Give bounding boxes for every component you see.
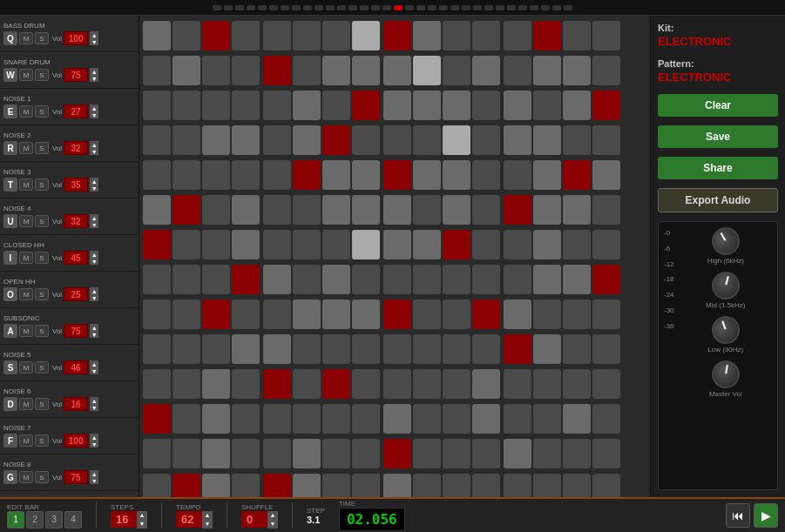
channel-vol-stepper-9[interactable]: ▲ ▼ <box>90 360 98 374</box>
seq-btn-12-12[interactable] <box>504 439 531 468</box>
seq-btn-10-10[interactable] <box>443 369 470 399</box>
seq-btn-1-12[interactable] <box>504 56 531 85</box>
channel-vol-up-5[interactable]: ▲ <box>90 214 98 221</box>
seq-btn-13-9[interactable] <box>413 474 441 497</box>
seq-btn-2-13[interactable] <box>533 91 561 120</box>
seq-btn-3-9[interactable] <box>413 125 441 155</box>
seq-btn-7-11[interactable] <box>472 265 500 294</box>
seq-btn-6-6[interactable] <box>322 230 350 259</box>
channel-mute-3[interactable]: M <box>19 142 33 154</box>
seq-btn-6-13[interactable] <box>533 230 561 259</box>
seq-btn-8-0[interactable] <box>143 300 171 329</box>
seq-btn-10-1[interactable] <box>173 369 200 399</box>
channel-solo-6[interactable]: S <box>35 252 49 264</box>
channel-vol-up-9[interactable]: ▲ <box>90 360 98 367</box>
seq-btn-0-11[interactable] <box>472 21 500 51</box>
channel-vol-up-11[interactable]: ▲ <box>90 434 98 441</box>
seq-btn-1-13[interactable] <box>533 56 561 85</box>
seq-btn-3-7[interactable] <box>352 125 380 155</box>
seq-btn-11-5[interactable] <box>293 404 321 434</box>
seq-btn-10-12[interactable] <box>504 369 531 399</box>
seq-btn-13-5[interactable] <box>293 474 321 497</box>
channel-vol-down-8[interactable]: ▼ <box>90 331 98 338</box>
seq-btn-6-5[interactable] <box>293 230 321 259</box>
seq-btn-11-3[interactable] <box>232 404 260 434</box>
channel-solo-7[interactable]: S <box>35 288 49 300</box>
channel-solo-0[interactable]: S <box>35 32 49 44</box>
seq-btn-8-12[interactable] <box>504 300 531 329</box>
seq-btn-1-8[interactable] <box>383 56 411 85</box>
channel-mute-1[interactable]: M <box>19 69 33 81</box>
seq-btn-13-4[interactable] <box>263 474 291 497</box>
seq-btn-12-10[interactable] <box>443 439 470 468</box>
seq-btn-2-2[interactable] <box>202 91 230 120</box>
seq-btn-12-3[interactable] <box>232 439 260 468</box>
seq-btn-5-6[interactable] <box>322 195 350 225</box>
seq-btn-8-6[interactable] <box>322 300 350 329</box>
seq-btn-2-9[interactable] <box>413 91 441 120</box>
seq-btn-0-15[interactable] <box>592 21 620 51</box>
seq-btn-4-3[interactable] <box>232 160 260 190</box>
seq-btn-4-14[interactable] <box>563 160 591 190</box>
seq-btn-7-15[interactable] <box>592 265 620 294</box>
seq-btn-12-7[interactable] <box>352 439 380 468</box>
save-button[interactable]: Save <box>658 125 778 148</box>
seq-btn-1-15[interactable] <box>592 56 620 85</box>
seq-btn-11-14[interactable] <box>563 404 591 434</box>
channel-key-3[interactable]: R <box>3 141 17 155</box>
seq-btn-5-10[interactable] <box>443 195 470 225</box>
seq-btn-0-4[interactable] <box>263 21 291 51</box>
seq-btn-11-12[interactable] <box>504 404 531 434</box>
seq-btn-13-3[interactable] <box>232 474 260 497</box>
channel-key-11[interactable]: F <box>3 434 17 448</box>
seq-btn-8-10[interactable] <box>443 300 470 329</box>
bar-btn-4[interactable]: 4 <box>64 511 82 529</box>
seq-btn-6-11[interactable] <box>472 230 500 259</box>
channel-mute-11[interactable]: M <box>19 434 33 447</box>
seq-btn-9-9[interactable] <box>413 334 441 364</box>
seq-btn-4-13[interactable] <box>533 160 561 190</box>
seq-btn-4-15[interactable] <box>592 160 620 190</box>
seq-btn-9-1[interactable] <box>173 334 200 364</box>
seq-btn-11-13[interactable] <box>533 404 561 434</box>
clear-button[interactable]: Clear <box>658 94 778 117</box>
seq-btn-1-6[interactable] <box>322 56 350 85</box>
channel-vol-stepper-7[interactable]: ▲ ▼ <box>90 287 98 301</box>
seq-btn-2-8[interactable] <box>383 91 411 120</box>
seq-btn-1-9[interactable] <box>413 56 441 85</box>
seq-btn-6-2[interactable] <box>202 230 230 259</box>
channel-key-0[interactable]: Q <box>3 31 17 45</box>
seq-btn-4-8[interactable] <box>383 160 411 190</box>
channel-vol-down-4[interactable]: ▼ <box>90 185 98 192</box>
seq-btn-12-15[interactable] <box>592 439 620 468</box>
seq-btn-12-4[interactable] <box>263 439 291 468</box>
seq-btn-5-13[interactable] <box>533 195 561 225</box>
seq-btn-6-1[interactable] <box>173 230 200 259</box>
channel-vol-down-7[interactable]: ▼ <box>90 294 98 301</box>
steps-down-button[interactable]: ▼ <box>137 520 147 529</box>
seq-btn-3-3[interactable] <box>232 125 260 155</box>
seq-btn-0-5[interactable] <box>293 21 321 51</box>
channel-mute-8[interactable]: M <box>19 325 33 337</box>
seq-btn-13-0[interactable] <box>143 474 171 497</box>
seq-btn-0-10[interactable] <box>443 21 470 51</box>
seq-btn-4-4[interactable] <box>263 160 291 190</box>
channel-vol-up-6[interactable]: ▲ <box>90 251 98 258</box>
seq-btn-3-14[interactable] <box>563 125 591 155</box>
channel-key-9[interactable]: S <box>3 360 17 374</box>
channel-vol-stepper-1[interactable]: ▲ ▼ <box>90 68 98 82</box>
seq-btn-6-10[interactable] <box>443 230 470 259</box>
seq-btn-2-11[interactable] <box>472 91 500 120</box>
seq-btn-8-14[interactable] <box>563 300 591 329</box>
seq-btn-0-1[interactable] <box>173 21 200 51</box>
seq-btn-11-4[interactable] <box>263 404 291 434</box>
seq-btn-0-14[interactable] <box>563 21 591 51</box>
channel-vol-stepper-12[interactable]: ▲ ▼ <box>90 470 98 484</box>
seq-btn-9-12[interactable] <box>504 334 531 364</box>
seq-btn-13-15[interactable] <box>592 474 620 497</box>
channel-solo-9[interactable]: S <box>35 361 49 374</box>
tempo-up-button[interactable]: ▲ <box>202 511 213 520</box>
seq-btn-10-0[interactable] <box>143 369 171 399</box>
seq-btn-13-7[interactable] <box>352 474 380 497</box>
seq-btn-5-14[interactable] <box>563 195 591 225</box>
